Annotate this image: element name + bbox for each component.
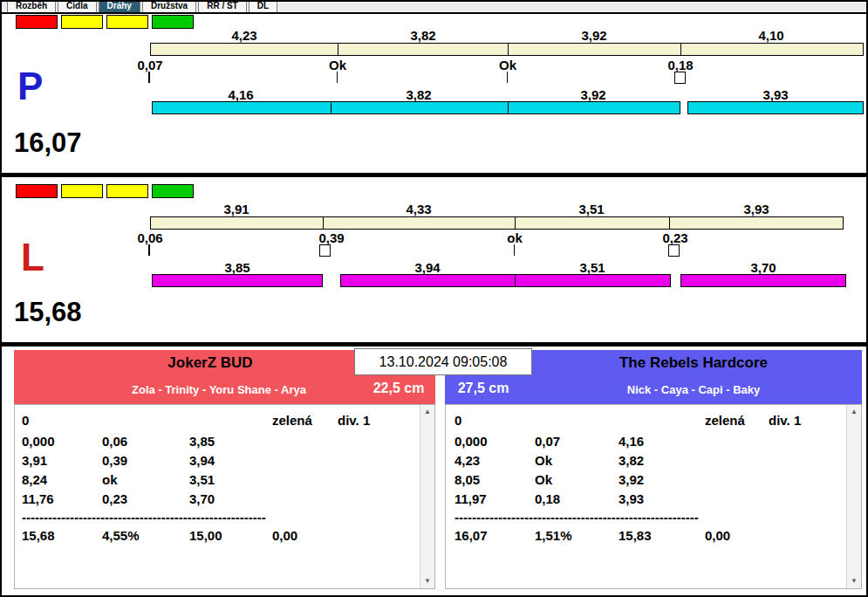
cross-time: ok bbox=[102, 472, 118, 487]
scroll-down-icon[interactable]: ▼ bbox=[847, 574, 861, 588]
status-light-3 bbox=[106, 184, 148, 198]
run-bar-main bbox=[152, 101, 680, 114]
cross-time: 0,39 bbox=[102, 453, 127, 468]
scroll-down-icon[interactable]: ▼ bbox=[420, 574, 434, 588]
lane-letter-l: L bbox=[21, 238, 44, 277]
table-row: 8,05 Ok 3,92 bbox=[446, 472, 846, 490]
lane-letter-p: P bbox=[17, 67, 43, 106]
cross-time-2: 0,39 bbox=[297, 230, 366, 245]
results-table-right: 0 zelená div. 1 0,000 0,07 4,16 4,23 Ok … bbox=[445, 404, 862, 589]
run-number: 0 bbox=[22, 413, 29, 428]
status-light-3 bbox=[106, 15, 148, 29]
tab-drahy[interactable]: Dráhy bbox=[99, 2, 140, 12]
total-net: 15,83 bbox=[619, 528, 652, 543]
run-time-2: 3,82 bbox=[384, 87, 454, 102]
total-time: 15,68 bbox=[22, 528, 55, 543]
run-time: 3,51 bbox=[189, 472, 215, 487]
run-time: 3,70 bbox=[189, 491, 215, 506]
tab-rozbeh[interactable]: Rozběh bbox=[7, 2, 56, 12]
scroll-up-icon[interactable]: ▲ bbox=[420, 405, 434, 419]
run-time-1: 4,16 bbox=[206, 87, 276, 102]
cumulative-time: 11,76 bbox=[22, 491, 54, 506]
scroll-up-icon[interactable]: ▲ bbox=[847, 405, 861, 419]
vertical-scrollbar[interactable]: ▲ ▼ bbox=[420, 405, 434, 588]
run-time-4: 3,93 bbox=[741, 87, 810, 102]
lane-panel-l: 3,91 4,33 3,51 3,93 0,06 0,39 ok 0,23 3,… bbox=[2, 177, 868, 342]
divider-bottom bbox=[2, 342, 868, 347]
split-time-4: 3,93 bbox=[721, 202, 791, 216]
vertical-scrollbar[interactable]: ▲ ▼ bbox=[846, 405, 861, 588]
cross-fault-checkbox-1[interactable] bbox=[319, 244, 331, 257]
cross-time-4: 0,18 bbox=[646, 58, 715, 72]
status-light-1 bbox=[16, 184, 58, 198]
run-time-3: 3,51 bbox=[557, 260, 627, 275]
division: div. 1 bbox=[338, 413, 370, 428]
status-light-4 bbox=[152, 15, 194, 29]
run-number: 0 bbox=[455, 413, 461, 428]
cumulative-time: 4,23 bbox=[455, 453, 480, 468]
tick-mark bbox=[338, 44, 338, 55]
split-time-2: 3,82 bbox=[388, 28, 458, 43]
tick-mark bbox=[508, 44, 509, 55]
cumulative-time: 3,91 bbox=[22, 453, 47, 468]
table-row: 8,24 ok 3,51 bbox=[15, 472, 420, 490]
split-time-1: 4,23 bbox=[209, 28, 279, 43]
tab-dl[interactable]: DL bbox=[249, 2, 277, 12]
cumulative-time: 0,000 bbox=[22, 434, 55, 449]
table-row: 0 zelená div. 1 bbox=[446, 413, 846, 430]
tab-bar: Rozběh Čidla Dráhy Družstva RR / ST DL bbox=[2, 2, 866, 12]
table-totals-row: 15,68 4,55% 15,00 0,00 bbox=[15, 528, 420, 546]
total-penalty: 0,00 bbox=[705, 528, 730, 543]
tab-rr-st[interactable]: RR / ST bbox=[198, 2, 247, 12]
total-percent: 1,51% bbox=[535, 528, 572, 543]
cross-mark-ok-1 bbox=[337, 72, 338, 83]
cross-mark-start bbox=[148, 72, 150, 83]
total-percent: 4,55% bbox=[102, 528, 140, 543]
table-row: 0,000 0,06 3,85 bbox=[15, 434, 420, 451]
tab-druzstva[interactable]: Družstva bbox=[142, 2, 196, 12]
run-time: 3,94 bbox=[189, 453, 215, 468]
tick-mark bbox=[669, 217, 670, 229]
color-name: zelená bbox=[705, 413, 745, 428]
total-time: 16,07 bbox=[455, 528, 488, 543]
tick-mark bbox=[515, 217, 516, 229]
run-time: 4,16 bbox=[619, 434, 644, 449]
cross-mark-ok-2 bbox=[507, 72, 508, 83]
cross-time-3: Ok bbox=[473, 58, 543, 72]
cross-mark-start bbox=[148, 244, 150, 256]
run-time: 3,92 bbox=[619, 472, 644, 487]
lane-total-l: 15,68 bbox=[14, 298, 82, 326]
run-time-4: 3,70 bbox=[728, 260, 798, 275]
separator-dashes: ----------------------------------------… bbox=[455, 510, 709, 525]
cross-fault-checkbox[interactable] bbox=[674, 72, 686, 84]
split-time-4: 4,10 bbox=[736, 28, 806, 43]
run-bar-last bbox=[687, 101, 864, 114]
team-name-left: JokerZ BUD bbox=[14, 354, 407, 372]
jump-height-left: 22,5 cm bbox=[359, 381, 438, 396]
cross-time-3: ok bbox=[480, 230, 550, 245]
cross-time: 0,06 bbox=[102, 434, 127, 449]
color-name: zelená bbox=[272, 413, 312, 428]
lane-total-p: 16,07 bbox=[14, 129, 82, 156]
tick-mark bbox=[680, 44, 681, 55]
separator-dashes: ----------------------------------------… bbox=[22, 510, 277, 525]
cumulative-time: 8,24 bbox=[22, 472, 47, 487]
status-light-4 bbox=[152, 184, 194, 198]
tick-mark bbox=[508, 102, 509, 113]
team-members-right: Nick - Caya - Capi - Baky bbox=[525, 383, 862, 396]
status-light-2 bbox=[61, 184, 103, 198]
cross-time-1: 0,06 bbox=[115, 230, 185, 245]
timeline-bar bbox=[150, 216, 844, 230]
run-bar-first bbox=[152, 274, 323, 287]
tick-mark bbox=[323, 217, 324, 229]
tab-cidla[interactable]: Čidla bbox=[58, 2, 96, 12]
tick-mark bbox=[515, 275, 516, 286]
total-net: 15,00 bbox=[189, 528, 222, 543]
app-window: Rozběh Čidla Dráhy Družstva RR / ST DL 4… bbox=[0, 0, 868, 597]
total-penalty: 0,00 bbox=[272, 528, 297, 543]
run-time-1: 3,85 bbox=[202, 260, 272, 275]
run-time-2: 3,94 bbox=[393, 260, 462, 275]
cumulative-time: 0,000 bbox=[455, 434, 488, 449]
tick-mark bbox=[331, 102, 331, 113]
cross-fault-checkbox-2[interactable] bbox=[668, 244, 680, 257]
